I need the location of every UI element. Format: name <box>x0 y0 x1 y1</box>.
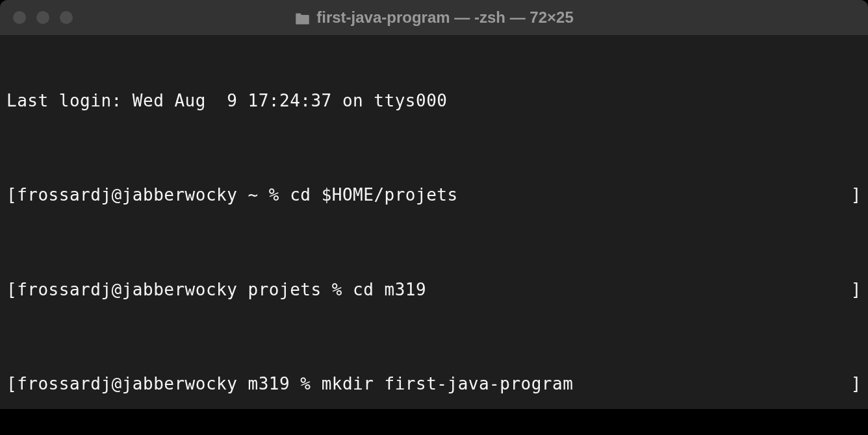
command-text: cd m319 <box>353 280 426 299</box>
window-title-area: first-java-program — -zsh — 72×25 <box>294 8 573 27</box>
command-text: cd $HOME/projets <box>290 185 457 205</box>
prompt-sep: % <box>300 374 311 393</box>
user-host: frossardj@jabberwocky <box>17 185 237 205</box>
titlebar[interactable]: first-java-program — -zsh — 72×25 <box>0 0 868 35</box>
cwd: m319 <box>248 374 290 393</box>
last-login-line: Last login: Wed Aug 9 17:24:37 on ttys00… <box>6 89 862 112</box>
cwd: projets <box>248 280 322 299</box>
history-line: [frossardj@jabberwocky ~ % cd $HOME/proj… <box>6 183 862 206</box>
bracket-open: [ <box>6 185 17 205</box>
terminal-output[interactable]: Last login: Wed Aug 9 17:24:37 on ttys00… <box>0 35 868 422</box>
command-text: mkdir first-java-program <box>322 374 574 393</box>
bracket-open: [ <box>6 280 17 299</box>
close-button[interactable] <box>13 11 26 24</box>
terminal-window: first-java-program — -zsh — 72×25 Last l… <box>0 0 868 422</box>
zoom-button[interactable] <box>60 11 73 24</box>
minimize-button[interactable] <box>36 11 49 24</box>
window-title: first-java-program — -zsh — 72×25 <box>316 8 573 27</box>
traffic-lights <box>0 11 73 24</box>
bracket-close: ] <box>851 372 862 395</box>
bracket-close: ] <box>851 278 862 301</box>
last-login-text: Last login: Wed Aug 9 17:24:37 on ttys00… <box>6 89 447 112</box>
folder-icon <box>294 11 310 24</box>
user-host: frossardj@jabberwocky <box>17 280 237 299</box>
user-host: frossardj@jabberwocky <box>17 374 237 393</box>
cwd: ~ <box>248 185 259 205</box>
bracket-close: ] <box>851 183 862 206</box>
torn-edge-decoration <box>0 409 868 435</box>
prompt-sep: % <box>269 185 279 205</box>
prompt-sep: % <box>332 280 342 299</box>
bracket-open: [ <box>6 374 17 393</box>
history-line: [frossardj@jabberwocky projets % cd m319… <box>6 278 862 301</box>
history-line: [frossardj@jabberwocky m319 % mkdir firs… <box>6 372 862 395</box>
